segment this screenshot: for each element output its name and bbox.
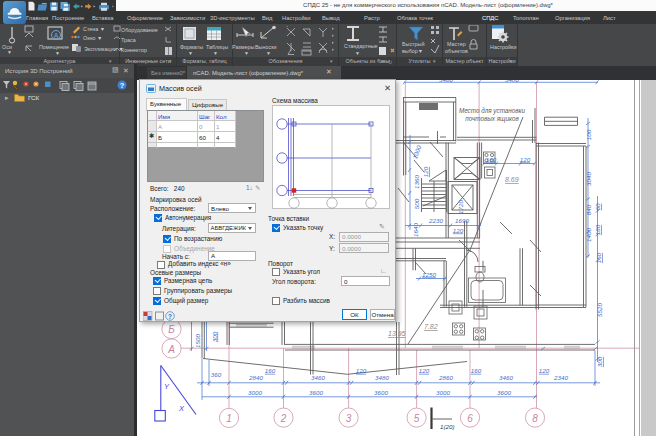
svg-text:3460: 3460 [499, 374, 513, 381]
svg-text:8: 8 [532, 413, 538, 424]
svg-text:1500: 1500 [194, 334, 201, 348]
svg-text:1690: 1690 [455, 217, 469, 224]
svg-text:5: 5 [414, 413, 420, 424]
svg-text:X: X [178, 404, 185, 413]
svg-text:60: 60 [594, 203, 601, 210]
svg-text:3460: 3460 [311, 374, 325, 381]
svg-text:2860: 2860 [438, 374, 453, 381]
svg-text:Y: Y [164, 382, 170, 391]
svg-text:120: 120 [520, 156, 531, 163]
svg-text:13.95: 13.95 [388, 330, 406, 337]
svg-text:360: 360 [211, 371, 222, 378]
svg-text:A: A [54, 32, 59, 39]
svg-text:500: 500 [413, 198, 420, 209]
svg-text:300: 300 [596, 356, 603, 367]
svg-text:6: 6 [467, 413, 473, 424]
svg-text:120: 120 [419, 367, 430, 374]
svg-text:1(20): 1(20) [440, 423, 454, 430]
svg-text:1720: 1720 [457, 200, 464, 214]
svg-text:3600: 3600 [374, 389, 388, 396]
svg-text:1250: 1250 [422, 271, 436, 278]
svg-text:7.82: 7.82 [424, 323, 438, 330]
svg-text:3480: 3480 [375, 374, 389, 381]
svg-text:160: 160 [486, 156, 497, 163]
svg-text:8.69: 8.69 [505, 176, 519, 183]
svg-text:2230: 2230 [428, 217, 443, 224]
svg-text:120: 120 [422, 166, 429, 177]
svg-text:160: 160 [265, 367, 276, 374]
svg-text:1640: 1640 [412, 223, 419, 237]
svg-text:3600: 3600 [497, 389, 511, 396]
svg-text:3000: 3000 [436, 389, 450, 396]
svg-text:?: ? [168, 313, 172, 320]
svg-text:3600: 3600 [309, 389, 323, 396]
svg-text:3460: 3460 [439, 80, 453, 83]
svg-text:?: ? [120, 81, 125, 90]
svg-text:А: А [167, 344, 175, 355]
svg-text:300: 300 [211, 331, 218, 342]
svg-text:2840: 2840 [248, 374, 263, 381]
svg-text:120: 120 [356, 367, 367, 374]
svg-text:2340: 2340 [553, 374, 568, 381]
svg-text:3000: 3000 [248, 389, 262, 396]
svg-text:180: 180 [594, 224, 601, 235]
svg-text:120: 120 [453, 227, 464, 234]
svg-text:160: 160 [595, 252, 602, 263]
svg-text:3480: 3480 [505, 80, 519, 83]
svg-text:Б: Б [168, 324, 175, 335]
svg-text:5520: 5520 [596, 303, 603, 317]
svg-text:3: 3 [346, 413, 352, 424]
svg-text:1000: 1000 [411, 144, 422, 160]
svg-text:100: 100 [585, 129, 592, 140]
svg-text:3040: 3040 [585, 172, 592, 186]
svg-text:160: 160 [471, 367, 482, 374]
svg-text:840: 840 [585, 204, 592, 215]
svg-text:почтовых ящиков: почтовых ящиков [465, 115, 519, 123]
svg-text:120: 120 [539, 367, 550, 374]
svg-text:1360: 1360 [413, 175, 420, 189]
svg-text:1400: 1400 [585, 228, 592, 242]
svg-text:2: 2 [280, 413, 287, 424]
svg-text:1: 1 [226, 413, 232, 424]
